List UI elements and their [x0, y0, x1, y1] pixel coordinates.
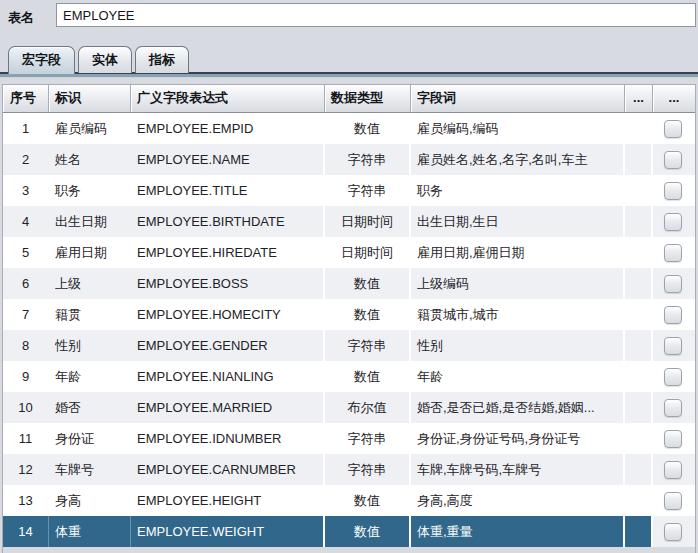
- row-checkbox[interactable]: [664, 337, 682, 355]
- cell-identifier: 雇员编码: [49, 113, 131, 144]
- table-row[interactable]: 8 性别 EMPLOYEE.GENDER 字符串 性别: [3, 330, 695, 361]
- row-checkbox[interactable]: [664, 182, 682, 200]
- cell-seq: 6: [3, 268, 49, 299]
- column-header-expression[interactable]: 广义字段表达式: [131, 85, 325, 112]
- cell-fieldwords: 出生日期,生日: [411, 206, 625, 237]
- row-checkbox[interactable]: [664, 244, 682, 262]
- cell-gap: [625, 144, 653, 175]
- row-checkbox[interactable]: [664, 430, 682, 448]
- row-checkbox[interactable]: [664, 368, 682, 386]
- cell-checkbox: [653, 175, 695, 206]
- table-row[interactable]: 4 出生日期 EMPLOYEE.BIRTHDATE 日期时间 出生日期,生日: [3, 206, 695, 237]
- cell-seq: 14: [3, 516, 49, 547]
- tab-indicator[interactable]: 指标: [135, 46, 189, 73]
- cell-expression: EMPLOYEE.BIRTHDATE: [131, 206, 325, 237]
- cell-seq: 7: [3, 299, 49, 330]
- cell-identifier: 身份证: [49, 423, 131, 454]
- row-checkbox[interactable]: [664, 523, 682, 541]
- row-checkbox[interactable]: [664, 275, 682, 293]
- row-checkbox[interactable]: [664, 492, 682, 510]
- column-header-more-1[interactable]: ...: [625, 85, 653, 112]
- table-row[interactable]: 14 体重 EMPLOYEE.WEIGHT 数值 体重,重量: [3, 516, 695, 547]
- cell-expression: EMPLOYEE.NIANLING: [131, 361, 325, 392]
- table-name-input[interactable]: [56, 3, 696, 27]
- cell-identifier: 体重: [49, 516, 131, 547]
- cell-identifier: 身高: [49, 485, 131, 516]
- table-header-row: 序号 标识 广义字段表达式 数据类型 字段词 ... ...: [3, 85, 695, 113]
- table-row[interactable]: 11 身份证 EMPLOYEE.IDNUMBER 字符串 身份证,身份证号码,身…: [3, 423, 695, 454]
- cell-fieldwords: 职务: [411, 175, 625, 206]
- cell-checkbox: [653, 113, 695, 144]
- table-row[interactable]: 5 雇用日期 EMPLOYEE.HIREDATE 日期时间 雇用日期,雇佣日期: [3, 237, 695, 268]
- cell-checkbox: [653, 144, 695, 175]
- table-row[interactable]: 12 车牌号 EMPLOYEE.CARNUMBER 字符串 车牌,车牌号码,车牌…: [3, 454, 695, 485]
- cell-expression: EMPLOYEE.GENDER: [131, 330, 325, 361]
- row-checkbox[interactable]: [664, 213, 682, 231]
- table-row[interactable]: 6 上级 EMPLOYEE.BOSS 数值 上级编码: [3, 268, 695, 299]
- cell-gap: [625, 268, 653, 299]
- table-row[interactable]: 13 身高 EMPLOYEE.HEIGHT 数值 身高,高度: [3, 485, 695, 516]
- cell-gap: [625, 361, 653, 392]
- cell-checkbox: [653, 392, 695, 423]
- cell-seq: 5: [3, 237, 49, 268]
- table-row[interactable]: 1 雇员编码 EMPLOYEE.EMPID 数值 雇员编码,编码: [3, 113, 695, 144]
- cell-fieldwords: 婚否,是否已婚,是否结婚,婚姻...: [411, 392, 625, 423]
- cell-fieldwords: 上级编码: [411, 268, 625, 299]
- column-header-identifier[interactable]: 标识: [49, 85, 131, 112]
- fields-table-panel: 序号 标识 广义字段表达式 数据类型 字段词 ... ... 1 雇员编码 EM…: [2, 84, 696, 553]
- table-row[interactable]: 7 籍贯 EMPLOYEE.HOMECITY 数值 籍贯城市,城市: [3, 299, 695, 330]
- cell-expression: EMPLOYEE.EMPID: [131, 113, 325, 144]
- cell-checkbox: [653, 299, 695, 330]
- table-name-label: 表名: [8, 9, 34, 27]
- cell-checkbox: [653, 516, 695, 547]
- cell-datatype: 数值: [325, 361, 411, 392]
- table-row[interactable]: 9 年龄 EMPLOYEE.NIANLING 数值 年龄: [3, 361, 695, 392]
- cell-expression: EMPLOYEE.HEIGHT: [131, 485, 325, 516]
- cell-expression: EMPLOYEE.TITLE: [131, 175, 325, 206]
- cell-datatype: 数值: [325, 268, 411, 299]
- cell-gap: [625, 516, 653, 547]
- row-checkbox[interactable]: [664, 151, 682, 169]
- cell-expression: EMPLOYEE.HIREDATE: [131, 237, 325, 268]
- cell-fieldwords: 体重,重量: [411, 516, 625, 547]
- cell-identifier: 年龄: [49, 361, 131, 392]
- cell-seq: 12: [3, 454, 49, 485]
- cell-identifier: 车牌号: [49, 454, 131, 485]
- table-row[interactable]: 10 婚否 EMPLOYEE.MARRIED 布尔值 婚否,是否已婚,是否结婚,…: [3, 392, 695, 423]
- cell-expression: EMPLOYEE.BOSS: [131, 268, 325, 299]
- row-checkbox[interactable]: [664, 306, 682, 324]
- cell-seq: 4: [3, 206, 49, 237]
- cell-seq: 3: [3, 175, 49, 206]
- cell-checkbox: [653, 237, 695, 268]
- cell-seq: 8: [3, 330, 49, 361]
- cell-expression: EMPLOYEE.CARNUMBER: [131, 454, 325, 485]
- column-header-datatype[interactable]: 数据类型: [325, 85, 411, 112]
- cell-gap: [625, 330, 653, 361]
- cell-identifier: 婚否: [49, 392, 131, 423]
- tab-entity[interactable]: 实体: [78, 46, 132, 73]
- cell-seq: 13: [3, 485, 49, 516]
- tab-bar: 宏字段 实体 指标: [8, 46, 189, 73]
- cell-seq: 10: [3, 392, 49, 423]
- cell-fieldwords: 身高,高度: [411, 485, 625, 516]
- cell-fieldwords: 雇员姓名,姓名,名字,名叫,车主: [411, 144, 625, 175]
- cell-fieldwords: 身份证,身份证号码,身份证号: [411, 423, 625, 454]
- table-row[interactable]: 3 职务 EMPLOYEE.TITLE 字符串 职务: [3, 175, 695, 206]
- tab-macro-field[interactable]: 宏字段: [8, 46, 75, 74]
- cell-datatype: 日期时间: [325, 206, 411, 237]
- cell-identifier: 姓名: [49, 144, 131, 175]
- column-header-more-2[interactable]: ...: [653, 85, 695, 112]
- column-header-fieldwords[interactable]: 字段词: [411, 85, 625, 112]
- column-header-seq[interactable]: 序号: [3, 85, 49, 112]
- cell-expression: EMPLOYEE.IDNUMBER: [131, 423, 325, 454]
- cell-gap: [625, 423, 653, 454]
- cell-checkbox: [653, 423, 695, 454]
- row-checkbox[interactable]: [664, 120, 682, 138]
- cell-datatype: 数值: [325, 299, 411, 330]
- cell-expression: EMPLOYEE.WEIGHT: [131, 516, 325, 547]
- row-checkbox[interactable]: [664, 399, 682, 417]
- table-row[interactable]: 2 姓名 EMPLOYEE.NAME 字符串 雇员姓名,姓名,名字,名叫,车主: [3, 144, 695, 175]
- row-checkbox[interactable]: [664, 461, 682, 479]
- cell-datatype: 数值: [325, 113, 411, 144]
- cell-expression: EMPLOYEE.MARRIED: [131, 392, 325, 423]
